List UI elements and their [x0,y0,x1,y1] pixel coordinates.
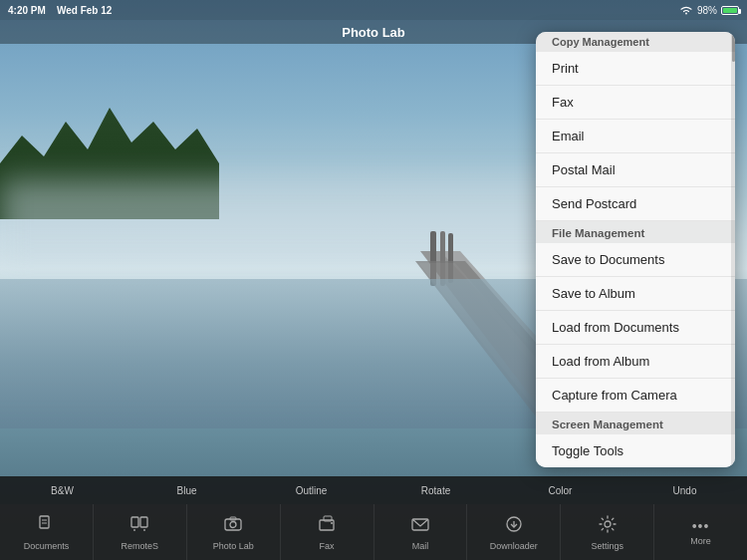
documents-icon [36,514,56,539]
svg-rect-10 [131,517,138,527]
more-icon: ••• [692,518,710,534]
menu-email[interactable]: Email [536,120,735,153]
wifi-icon [679,5,693,15]
toolbar-more[interactable]: ••• More [654,504,747,560]
toolbar-photo-lab[interactable]: Photo Lab [187,504,281,560]
menu-load-from-documents[interactable]: Load from Documents [536,311,735,345]
battery-icon [721,6,739,15]
filter-rotate[interactable]: Rotate [374,485,498,496]
toolbar-settings[interactable]: Settings [561,504,654,560]
filter-undo[interactable]: Undo [622,485,747,496]
downloader-icon [504,514,524,539]
filter-outline[interactable]: Outline [249,485,374,496]
fax-icon [317,514,337,539]
mail-icon [410,514,430,539]
filter-strip: B&W Blue Outline Rotate Color Undo [0,476,747,504]
section-file-management: File Management [536,221,735,243]
menu-save-to-album[interactable]: Save to Album [536,277,735,311]
remotes-icon [129,514,149,539]
section-copy-management: Copy Management [536,32,735,52]
section-screen-management: Screen Management [536,413,735,434]
menu-toggle-tools[interactable]: Toggle Tools [536,434,735,467]
status-time: 4:20 PM [8,5,46,16]
filter-color[interactable]: Color [498,485,622,496]
app-title: Photo Lab [342,25,405,40]
toolbar-photo-lab-label: Photo Lab [213,541,254,551]
toolbar-mail-label: Mail [412,541,429,551]
svg-point-15 [230,521,236,527]
dropdown-menu: Copy Management Print Fax Email Postal M… [536,32,735,467]
menu-print[interactable]: Print [536,52,735,86]
toolbar-documents-label: Documents [24,541,70,551]
filter-blue[interactable]: Blue [124,485,249,496]
photo-lab-icon [223,514,243,539]
filter-bw[interactable]: B&W [0,485,124,496]
menu-send-postcard[interactable]: Send Postcard [536,187,735,221]
svg-point-23 [605,521,611,527]
menu-save-to-documents[interactable]: Save to Documents [536,243,735,277]
toolbar-remotes-label: RemoteS [122,541,159,551]
toolbar-mail[interactable]: Mail [374,504,468,560]
toolbar-fax-label: Fax [320,541,335,551]
menu-fax[interactable]: Fax [536,86,735,120]
bottom-toolbar: Documents RemoteS Photo Lab Fax Mail Dow… [0,504,747,560]
menu-capture-from-camera[interactable]: Capture from Camera [536,379,735,413]
toolbar-documents[interactable]: Documents [0,504,94,560]
toolbar-more-label: More [690,536,711,546]
status-date: Wed Feb 12 [57,5,112,16]
battery-percentage: 98% [697,5,717,16]
menu-load-from-album[interactable]: Load from Album [536,345,735,379]
toolbar-downloader[interactable]: Downloader [467,504,561,560]
svg-point-19 [331,522,333,524]
settings-icon [598,514,618,539]
toolbar-settings-label: Settings [591,541,623,551]
status-bar: 4:20 PM Wed Feb 12 98% [0,0,747,20]
toolbar-remotes[interactable]: RemoteS [94,504,187,560]
toolbar-fax[interactable]: Fax [281,504,374,560]
menu-postal-mail[interactable]: Postal Mail [536,153,735,187]
toolbar-downloader-label: Downloader [490,541,538,551]
svg-rect-11 [140,517,147,527]
svg-rect-7 [40,516,49,528]
svg-rect-14 [225,519,241,530]
